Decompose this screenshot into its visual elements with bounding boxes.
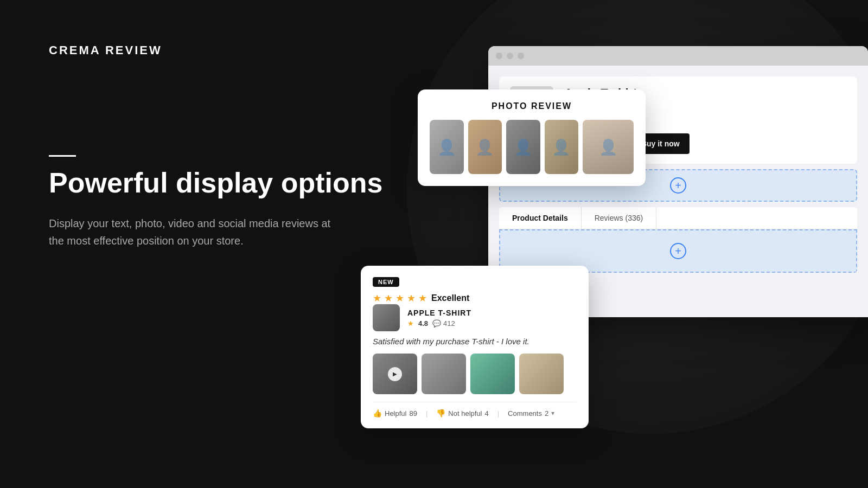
photo-thumb-3: 👤 (506, 120, 540, 174)
photo-thumb-1: 👤 (430, 120, 464, 174)
model-silhouette-2: 👤 (468, 120, 502, 174)
helpful-label: Helpful (385, 409, 406, 418)
tab-reviews[interactable]: Reviews (336) (582, 207, 656, 229)
review-photo-3 (470, 354, 515, 394)
tab-product-details[interactable]: Product Details (499, 207, 582, 229)
brand-logo: CREMA REVIEW (49, 43, 401, 57)
browser-dot-red (496, 53, 502, 59)
photo-thumb-4: 👤 (545, 120, 579, 174)
comments-label: Comments (508, 409, 542, 418)
add-section-icon[interactable]: + (670, 177, 686, 194)
review-photos-row: ▶ (373, 354, 577, 394)
photo-grid: 👤 👤 👤 👤 👤 (430, 120, 634, 174)
mini-star-icon: ★ (407, 319, 414, 328)
thumbs-up-icon: 👍 (373, 409, 382, 418)
excellent-label: Excellent (431, 293, 469, 303)
review-text: Satisfied with my purchase T-shirt - I l… (373, 337, 577, 346)
not-helpful-count: 4 (484, 409, 488, 418)
model-silhouette-3: 👤 (506, 120, 540, 174)
review-widget-card: NEW ★ ★ ★ ★ ★ Excellent APPLE T-SHIRT ★ … (361, 266, 589, 428)
not-helpful-label: Not helpful (448, 409, 482, 418)
chevron-down-icon: ▾ (551, 409, 554, 417)
browser-top-bar (488, 46, 868, 66)
product-meta-block: APPLE T-SHIRT ★ 4.8 💬 412 (407, 309, 471, 328)
product-row: APPLE T-SHIRT ★ 4.8 💬 412 (373, 304, 577, 331)
helpful-count: 89 (409, 409, 417, 418)
left-content-panel: CREMA REVIEW Powerful display options Di… (49, 43, 401, 249)
section-divider (49, 155, 76, 157)
comments-count: 2 (545, 409, 548, 418)
model-silhouette-5: 👤 (583, 120, 634, 174)
review-photo-2 (422, 354, 466, 394)
helpful-item: 👍 Helpful 89 (373, 409, 417, 418)
hero-subtext: Display your text, photo, video and soci… (49, 215, 347, 249)
meta-rating: 4.8 (418, 319, 428, 328)
photo-review-card: PHOTO REVIEW 👤 👤 👤 👤 👤 (418, 89, 646, 186)
model-silhouette-1: 👤 (430, 120, 464, 174)
separator-1: | (426, 409, 427, 418)
main-headline: Powerful display options (49, 168, 401, 198)
separator-2: | (497, 409, 499, 418)
tabs-section: Product Details Reviews (336) + (499, 207, 857, 273)
photo-right-large: 👤 (583, 120, 634, 174)
product-name-title: APPLE T-SHIRT (407, 309, 471, 317)
tabs-header: Product Details Reviews (336) (499, 207, 857, 229)
photo-thumb-2: 👤 (468, 120, 502, 174)
play-button-icon[interactable]: ▶ (388, 367, 402, 381)
product-meta: ★ 4.8 💬 412 (407, 319, 471, 328)
review-photo-1: ▶ (373, 354, 417, 394)
review-footer: 👍 Helpful 89 | 👎 Not helpful 4 | Comment… (373, 402, 577, 418)
model-silhouette-4: 👤 (545, 120, 579, 174)
thumbs-down-icon: 👎 (436, 409, 445, 418)
not-helpful-item: 👎 Not helpful 4 (436, 409, 488, 418)
browser-dot-yellow (507, 53, 513, 59)
review-excellent-row: ★ ★ ★ ★ ★ Excellent (373, 292, 577, 304)
excellent-stars: ★ ★ ★ ★ ★ (373, 292, 427, 304)
new-badge: NEW (373, 277, 399, 287)
photo-review-title: PHOTO REVIEW (430, 101, 634, 111)
browser-dot-green (518, 53, 524, 59)
product-avatar-image (373, 304, 400, 331)
meta-reviews: 💬 412 (432, 319, 455, 328)
comment-icon: 💬 (432, 319, 441, 328)
review-photo-4 (519, 354, 564, 394)
add-tab-content-icon[interactable]: + (670, 243, 686, 259)
comments-item[interactable]: Comments 2 ▾ (508, 409, 554, 418)
